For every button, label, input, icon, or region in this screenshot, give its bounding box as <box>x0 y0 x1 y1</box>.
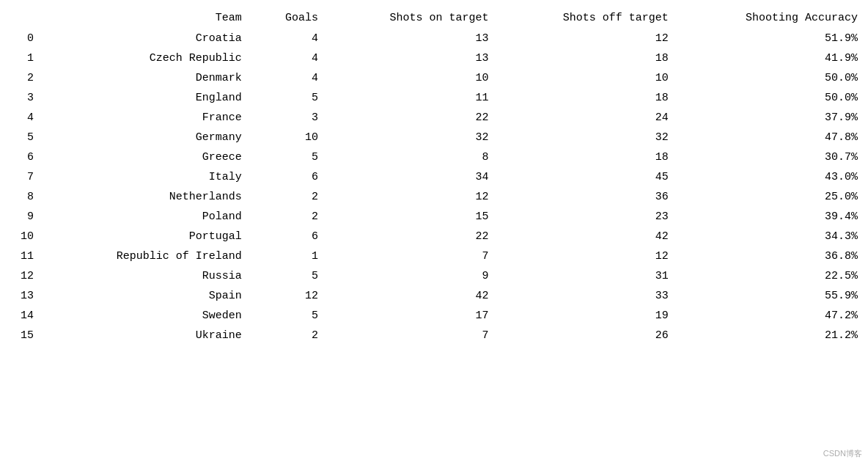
cell-shots-on-target: 10 <box>328 68 499 88</box>
table-row: 4France3222437.9% <box>0 108 868 128</box>
cell-shots-off-target: 31 <box>499 266 678 286</box>
cell-team: Portugal <box>44 227 252 246</box>
cell-goals: 10 <box>252 128 328 147</box>
header-shots-off-target: Shots off target <box>499 7 678 29</box>
header-shooting-accuracy: Shooting Accuracy <box>679 7 868 29</box>
cell-index: 7 <box>0 167 44 187</box>
cell-team: Germany <box>44 128 252 147</box>
cell-goals: 2 <box>252 326 328 345</box>
cell-goals: 4 <box>252 48 328 68</box>
cell-shots-on-target: 22 <box>328 227 499 246</box>
cell-shots-off-target: 42 <box>499 227 678 246</box>
header-goals: Goals <box>252 7 328 29</box>
cell-index: 13 <box>0 286 44 306</box>
cell-team: Netherlands <box>44 187 252 207</box>
table-row: 10Portugal6224234.3% <box>0 227 868 246</box>
cell-index: 8 <box>0 187 44 207</box>
cell-team: Spain <box>44 286 252 306</box>
cell-shots-on-target: 17 <box>328 306 499 326</box>
cell-shots-on-target: 12 <box>328 187 499 207</box>
cell-team: France <box>44 108 252 128</box>
cell-team: Czech Republic <box>44 48 252 68</box>
cell-shooting-accuracy: 36.8% <box>679 246 868 266</box>
cell-goals: 2 <box>252 187 328 207</box>
table-row: 1Czech Republic4131841.9% <box>0 48 868 68</box>
cell-shooting-accuracy: 41.9% <box>679 48 868 68</box>
cell-shooting-accuracy: 22.5% <box>679 266 868 286</box>
cell-team: Denmark <box>44 68 252 88</box>
table-row: 6Greece581830.7% <box>0 147 868 167</box>
table-row: 0Croatia4131251.9% <box>0 29 868 48</box>
cell-shots-off-target: 32 <box>499 128 678 147</box>
table-row: 5Germany10323247.8% <box>0 128 868 147</box>
cell-index: 11 <box>0 246 44 266</box>
cell-shooting-accuracy: 43.0% <box>679 167 868 187</box>
cell-shooting-accuracy: 55.9% <box>679 286 868 306</box>
cell-goals: 6 <box>252 227 328 246</box>
table-body: 0Croatia4131251.9%1Czech Republic4131841… <box>0 29 868 345</box>
cell-shots-on-target: 15 <box>328 207 499 227</box>
cell-goals: 4 <box>252 29 328 48</box>
cell-shots-off-target: 24 <box>499 108 678 128</box>
cell-index: 3 <box>0 88 44 108</box>
cell-shooting-accuracy: 30.7% <box>679 147 868 167</box>
cell-goals: 5 <box>252 88 328 108</box>
table-row: 11Republic of Ireland171236.8% <box>0 246 868 266</box>
cell-team: Sweden <box>44 306 252 326</box>
cell-goals: 5 <box>252 266 328 286</box>
cell-goals: 5 <box>252 306 328 326</box>
cell-shots-on-target: 42 <box>328 286 499 306</box>
cell-shots-off-target: 12 <box>499 246 678 266</box>
cell-index: 4 <box>0 108 44 128</box>
cell-shots-off-target: 23 <box>499 207 678 227</box>
cell-shots-off-target: 45 <box>499 167 678 187</box>
cell-shooting-accuracy: 25.0% <box>679 187 868 207</box>
table-row: 8Netherlands2123625.0% <box>0 187 868 207</box>
cell-shots-off-target: 33 <box>499 286 678 306</box>
header-row: Team Goals Shots on target Shots off tar… <box>0 7 868 29</box>
cell-shots-off-target: 18 <box>499 147 678 167</box>
cell-shooting-accuracy: 51.9% <box>679 29 868 48</box>
cell-shots-off-target: 10 <box>499 68 678 88</box>
cell-shots-on-target: 7 <box>328 246 499 266</box>
cell-goals: 2 <box>252 207 328 227</box>
cell-team: Croatia <box>44 29 252 48</box>
cell-shots-off-target: 18 <box>499 88 678 108</box>
cell-team: Ukraine <box>44 326 252 345</box>
table-row: 14Sweden5171947.2% <box>0 306 868 326</box>
cell-shots-on-target: 8 <box>328 147 499 167</box>
cell-shooting-accuracy: 37.9% <box>679 108 868 128</box>
cell-team: Republic of Ireland <box>44 246 252 266</box>
cell-index: 1 <box>0 48 44 68</box>
cell-shooting-accuracy: 47.2% <box>679 306 868 326</box>
cell-shooting-accuracy: 21.2% <box>679 326 868 345</box>
cell-team: Russia <box>44 266 252 286</box>
cell-shooting-accuracy: 47.8% <box>679 128 868 147</box>
cell-team: Italy <box>44 167 252 187</box>
cell-shots-off-target: 26 <box>499 326 678 345</box>
data-table: Team Goals Shots on target Shots off tar… <box>0 7 868 345</box>
table-container: Team Goals Shots on target Shots off tar… <box>0 0 868 353</box>
table-row: 15Ukraine272621.2% <box>0 326 868 345</box>
watermark: CSDN博客 <box>823 448 862 459</box>
cell-index: 14 <box>0 306 44 326</box>
cell-shots-off-target: 19 <box>499 306 678 326</box>
cell-shots-on-target: 13 <box>328 29 499 48</box>
cell-goals: 5 <box>252 147 328 167</box>
cell-goals: 12 <box>252 286 328 306</box>
cell-shots-on-target: 9 <box>328 266 499 286</box>
header-index <box>0 7 44 29</box>
cell-shots-off-target: 12 <box>499 29 678 48</box>
cell-goals: 1 <box>252 246 328 266</box>
cell-shooting-accuracy: 39.4% <box>679 207 868 227</box>
cell-shots-on-target: 22 <box>328 108 499 128</box>
cell-shots-on-target: 13 <box>328 48 499 68</box>
cell-team: Poland <box>44 207 252 227</box>
table-row: 12Russia593122.5% <box>0 266 868 286</box>
cell-shooting-accuracy: 50.0% <box>679 68 868 88</box>
table-row: 2Denmark4101050.0% <box>0 68 868 88</box>
table-row: 7Italy6344543.0% <box>0 167 868 187</box>
cell-shooting-accuracy: 50.0% <box>679 88 868 108</box>
cell-shots-off-target: 36 <box>499 187 678 207</box>
cell-shots-on-target: 11 <box>328 88 499 108</box>
